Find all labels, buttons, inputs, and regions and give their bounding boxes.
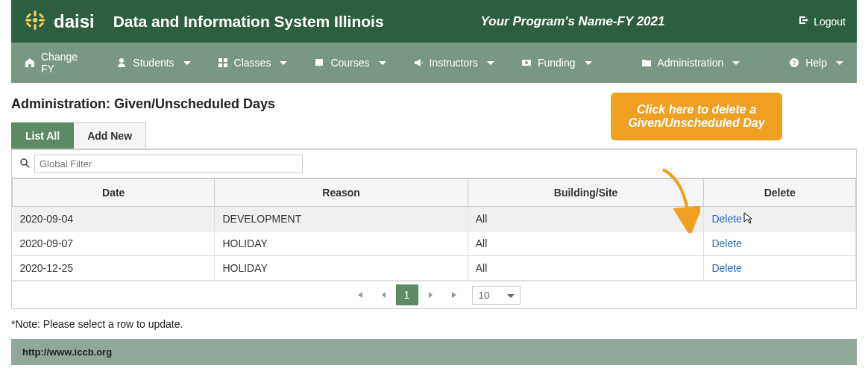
chevron-down-icon xyxy=(732,61,740,65)
cell-date: 2020-12-25 xyxy=(13,256,215,281)
nav-label: Administration xyxy=(658,57,724,69)
svg-rect-12 xyxy=(218,63,222,67)
svg-rect-8 xyxy=(39,22,45,28)
nav-classes[interactable]: Classes xyxy=(204,43,301,83)
nav-administration[interactable]: Administration xyxy=(628,43,754,83)
logout-link[interactable]: Logout xyxy=(799,15,846,28)
tab-list-all[interactable]: List All xyxy=(11,122,74,149)
cursor-icon xyxy=(741,211,753,228)
nav-label: Courses xyxy=(330,57,369,69)
book-icon xyxy=(314,57,324,68)
svg-point-15 xyxy=(525,61,528,64)
nav-label: Classes xyxy=(234,57,271,69)
page-prev-button[interactable] xyxy=(372,284,394,305)
pagination: 1 10 xyxy=(12,281,856,308)
nav-label: Funding xyxy=(538,57,576,69)
nav-label: Instructors xyxy=(430,57,478,69)
nav-courses[interactable]: Courses xyxy=(301,43,399,83)
global-filter-input[interactable] xyxy=(34,155,303,173)
filter-bar xyxy=(12,150,856,178)
logo-text: daisi xyxy=(54,11,95,32)
svg-rect-6 xyxy=(39,13,45,19)
data-table: Date Reason Building/Site Delete 2020-09… xyxy=(12,178,856,281)
nav-help[interactable]: ? Help xyxy=(776,43,857,83)
page-last-button[interactable] xyxy=(444,284,466,305)
cell-reason: DEVELOPMENT xyxy=(215,207,468,231)
svg-rect-4 xyxy=(39,19,45,22)
logout-label: Logout xyxy=(814,16,846,28)
svg-rect-1 xyxy=(34,10,37,16)
grid-icon xyxy=(218,57,228,68)
callout-tooltip: Click here to delete a Given/Unscheduled… xyxy=(611,93,782,140)
nav-bar: Change FY Students Classes Courses Instr… xyxy=(11,43,857,83)
chevron-down-icon xyxy=(379,61,386,65)
folder-icon xyxy=(641,57,652,68)
question-icon: ? xyxy=(789,57,799,68)
logout-icon xyxy=(799,15,809,28)
table-row[interactable]: 2020-12-25 HOLIDAY All Delete xyxy=(13,256,856,281)
delete-link[interactable]: Delete xyxy=(711,262,741,274)
cell-building: All xyxy=(468,256,704,281)
th-reason[interactable]: Reason xyxy=(215,179,468,207)
page-number-current[interactable]: 1 xyxy=(396,284,418,305)
logo-icon xyxy=(22,7,48,35)
footer-url: http://www.iccb.org xyxy=(22,346,112,358)
th-delete[interactable]: Delete xyxy=(704,179,856,207)
svg-point-18 xyxy=(21,159,27,165)
svg-rect-13 xyxy=(224,63,227,67)
nav-instructors[interactable]: Instructors xyxy=(400,43,508,83)
cell-delete: Delete xyxy=(704,207,856,231)
system-title: Data and Information System Illinois xyxy=(113,13,384,31)
footer-bar: http://www.iccb.org xyxy=(11,339,857,365)
person-icon xyxy=(116,57,127,68)
nav-students[interactable]: Students xyxy=(103,43,204,83)
nav-change-fy[interactable]: Change FY xyxy=(11,43,103,83)
delete-link[interactable]: Delete xyxy=(711,237,741,249)
cell-building: All xyxy=(468,231,704,256)
tab-add-new[interactable]: Add New xyxy=(74,122,146,149)
nav-label: Change FY xyxy=(41,51,89,75)
note-text: *Note: Please select a row to update. xyxy=(11,309,857,339)
table-wrapper: Date Reason Building/Site Delete 2020-09… xyxy=(11,149,857,309)
svg-rect-2 xyxy=(34,24,37,30)
cell-delete: Delete xyxy=(704,231,856,256)
chevron-down-icon xyxy=(183,61,191,65)
svg-rect-11 xyxy=(224,58,227,62)
chevron-down-icon xyxy=(280,61,287,65)
svg-rect-7 xyxy=(26,22,32,28)
cell-date: 2020-09-07 xyxy=(13,231,215,256)
page-next-button[interactable] xyxy=(420,284,442,305)
svg-rect-5 xyxy=(26,13,32,19)
chevron-down-icon xyxy=(836,61,843,65)
bullhorn-icon xyxy=(413,57,424,68)
tabs-container: Click here to delete a Given/Unscheduled… xyxy=(11,122,857,149)
svg-rect-3 xyxy=(25,19,31,22)
svg-point-0 xyxy=(33,18,37,22)
chevron-down-icon xyxy=(585,61,592,65)
chevron-down-icon xyxy=(487,61,494,65)
program-name: Your Program's Name-FY 2021 xyxy=(481,14,665,29)
search-icon xyxy=(19,158,30,170)
th-date[interactable]: Date xyxy=(13,179,215,207)
cell-date: 2020-09-04 xyxy=(13,207,215,231)
svg-rect-10 xyxy=(218,58,222,62)
cell-reason: HOLIDAY xyxy=(215,256,468,281)
table-row[interactable]: 2020-09-07 HOLIDAY All Delete xyxy=(13,231,856,256)
cell-reason: HOLIDAY xyxy=(215,231,468,256)
money-icon xyxy=(521,57,532,68)
logo: daisi xyxy=(22,7,95,35)
callout-arrow-icon xyxy=(655,166,700,233)
svg-point-9 xyxy=(119,58,124,63)
table-row[interactable]: 2020-09-04 DEVELOPMENT All Delete xyxy=(13,207,856,231)
home-icon xyxy=(25,57,35,68)
page-first-button[interactable] xyxy=(348,284,371,305)
svg-line-19 xyxy=(26,164,29,167)
header-bar: daisi Data and Information System Illino… xyxy=(11,0,857,43)
page-size-select[interactable]: 10 xyxy=(472,286,521,305)
nav-label: Students xyxy=(133,57,174,69)
cell-delete: Delete xyxy=(704,256,856,281)
nav-funding[interactable]: Funding xyxy=(508,43,606,83)
delete-link[interactable]: Delete xyxy=(711,213,741,225)
svg-text:?: ? xyxy=(792,59,796,66)
nav-label: Help xyxy=(805,57,827,69)
